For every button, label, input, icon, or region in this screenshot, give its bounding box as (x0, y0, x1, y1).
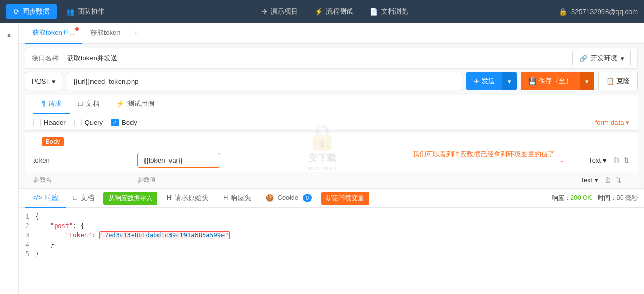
doc-icon: □ (73, 194, 77, 202)
team-icon: 👥 (66, 8, 74, 16)
body-section-header: Body (25, 133, 638, 149)
response-tab-cookie[interactable]: 🍪 Cookie 0 (258, 189, 319, 208)
tab-get-token-and-send[interactable]: 获取token并... (25, 23, 82, 44)
add-tab-button[interactable]: + (128, 26, 143, 41)
url-input[interactable] (67, 72, 462, 90)
chevron-down-icon: ▾ (621, 55, 624, 62)
tab-dot (75, 27, 79, 31)
bind-env-button[interactable]: 绑定环境变量 (321, 192, 369, 205)
save-btn-group: 💾 保存（至） ▾ (521, 72, 594, 90)
code-line-1: 1 { (19, 212, 644, 221)
chevron-down-icon: ▾ (595, 176, 598, 184)
doc-browse-button[interactable]: 📄 文档浏览 (362, 4, 415, 19)
request-icon: ¶ (42, 100, 45, 108)
main-content: 获取token并... 获取token + 接口名称 获取token并发送 🔗 … (19, 23, 644, 294)
sort-icon-header[interactable]: ⇅ (615, 176, 621, 184)
send-dropdown-button[interactable]: ▾ (502, 72, 517, 90)
iface-name-label: 接口名称 (32, 54, 59, 63)
params-container: token {{token_var}} Text ▾ 🗑 ⇅ ↓ 参数名 参数值 (25, 149, 638, 188)
chevron-down-icon: ▾ (585, 77, 589, 85)
options-row: Header Query Body form-data ▾ (25, 114, 638, 131)
response-tab-doc[interactable]: □ 文档 (66, 189, 101, 208)
header-checkbox[interactable] (33, 119, 41, 126)
sync-icon: ⟳ (14, 8, 19, 16)
user-info: 🔒 3257132998@qq.com (559, 8, 638, 16)
code-line-2: 2 "post": { (19, 221, 644, 231)
body-checkbox[interactable] (111, 119, 119, 126)
chevron-down-icon: ▾ (508, 77, 511, 85)
code-line-3: 3 "token": "7ed3c13e8b1dabd1c39c191a685a… (19, 231, 644, 240)
response-tabs-bar: </> 响应 □ 文档 从响应数据导入 H 请求原始头 H 响应头 (19, 188, 644, 208)
header-checkbox-item[interactable]: Header (33, 118, 66, 126)
param-type-token[interactable]: Text ▾ (588, 156, 607, 164)
param-name-token: token (33, 156, 137, 164)
param-value-header: 参数值 (137, 176, 518, 184)
tabs-bar: 获取token并... 获取token + (19, 23, 644, 44)
url-row: POST ▾ ✈ 发送 ▾ 💾 保存（至） ▾ (25, 72, 638, 90)
param-type-header[interactable]: Text ▾ (580, 176, 598, 184)
clone-icon: 📋 (606, 77, 614, 85)
doc-icon: □ (78, 100, 83, 108)
param-actions-token: 🗑 ⇅ (613, 156, 629, 164)
chevron-down-icon: ▾ (52, 77, 56, 85)
save-button[interactable]: 💾 保存（至） (521, 72, 580, 90)
sidebar-list-icon[interactable]: ≡ (1, 27, 18, 44)
h-icon: H (223, 194, 228, 202)
form-data-dropdown[interactable]: form-data ▾ (595, 118, 629, 126)
method-button[interactable]: POST ▾ (25, 72, 62, 90)
response-status-info: 响应：200 OK 时间：60 毫秒 (552, 194, 638, 203)
send-button[interactable]: ✈ 发送 (466, 72, 502, 90)
link-icon: 🔗 (579, 55, 587, 62)
demo-project-button[interactable]: ✈ 演示项目 (255, 4, 305, 19)
sort-icon[interactable]: ⇅ (624, 156, 629, 164)
query-checkbox[interactable] (74, 119, 82, 126)
cookie-badge: 0 (303, 194, 312, 202)
flow-test-button[interactable]: ⚡ 流程测试 (307, 4, 360, 19)
main-container: ≡ 获取token并... 获取token + 接口名称 获取token并发送 … (0, 23, 644, 294)
delete-icon-header[interactable]: 🗑 (604, 176, 611, 184)
env-button[interactable]: 🔗 开发环境 ▾ (572, 50, 631, 66)
param-header-row: 参数名 参数值 Text ▾ 🗑 ⇅ (25, 172, 638, 188)
sub-tabs-bar: ¶ 请求 □ 文档 ⚡ 测试用例 (25, 95, 638, 114)
sidebar: ≡ (0, 23, 19, 294)
save-icon: 💾 (528, 77, 536, 85)
code-line-5: 5 } (19, 249, 644, 259)
tab-label: 获取token (90, 28, 121, 37)
sub-tab-request[interactable]: ¶ 请求 (33, 95, 70, 114)
response-tab-raw-header[interactable]: H 请求原始头 (160, 189, 216, 208)
user-email: 3257132998@qq.com (571, 8, 638, 16)
method-label: POST (32, 77, 50, 85)
response-section: </> 响应 □ 文档 从响应数据导入 H 请求原始头 H 响应头 (19, 188, 644, 294)
param-name-header: 参数名 (33, 176, 137, 184)
team-collab-button[interactable]: 👥 团队协作 (59, 4, 112, 19)
save-dropdown-button[interactable]: ▾ (580, 72, 594, 90)
tab-label: 获取token并... (32, 28, 75, 37)
response-time: 时间：60 毫秒 (598, 194, 638, 203)
chevron-down-icon: ▾ (603, 156, 607, 164)
lock-icon: 🔒 (559, 8, 567, 16)
body-checkbox-item[interactable]: Body (111, 118, 137, 126)
response-tab-response[interactable]: </> 响应 (25, 189, 66, 208)
tab-get-token[interactable]: 获取token (83, 23, 128, 44)
delete-icon[interactable]: 🗑 (613, 156, 620, 164)
query-checkbox-item[interactable]: Query (74, 118, 103, 126)
h-icon: H (167, 194, 172, 202)
send-icon: ✈ (262, 8, 268, 16)
response-status: 响应：200 OK (552, 194, 592, 203)
flow-icon: ⚡ (314, 8, 323, 16)
param-row-token: token {{token_var}} Text ▾ 🗑 ⇅ (25, 149, 638, 172)
param-value-box-token: {{token_var}} (137, 153, 220, 168)
response-tab-response-header[interactable]: H 响应头 (216, 189, 258, 208)
send-btn-group: ✈ 发送 ▾ (466, 72, 517, 90)
sync-data-button[interactable]: ⟳ 同步数据 (6, 4, 57, 19)
doc-icon: 📄 (370, 8, 378, 16)
sub-tab-doc[interactable]: □ 文档 (70, 95, 108, 114)
top-navigation: ⟳ 同步数据 👥 团队协作 ✈ 演示项目 ⚡ 流程测试 📄 文档浏览 🔒 325… (0, 0, 644, 23)
clone-button[interactable]: 📋 克隆 (598, 72, 638, 90)
import-response-button[interactable]: 从响应数据导入 (103, 192, 157, 205)
sub-tab-test-case[interactable]: ⚡ 测试用例 (108, 95, 163, 114)
code-icon: </> (32, 194, 42, 202)
checkbox-group: Header Query Body (33, 118, 137, 126)
cookie-icon: 🍪 (266, 194, 274, 202)
code-line-4: 4 } (19, 240, 644, 249)
